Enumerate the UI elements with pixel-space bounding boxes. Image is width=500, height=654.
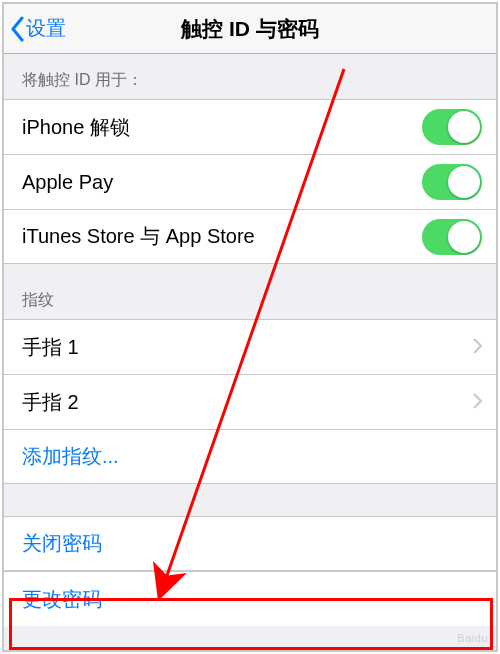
- chevron-left-icon: [10, 16, 26, 42]
- row-add-fingerprint[interactable]: 添加指纹...: [4, 429, 496, 484]
- row-turn-off-passcode[interactable]: 关闭密码: [4, 516, 496, 571]
- section-change-passcode: 更改密码: [4, 571, 496, 626]
- spacer: [4, 484, 496, 516]
- toggle-itunes-appstore[interactable]: [422, 219, 482, 255]
- row-itunes-appstore[interactable]: iTunes Store 与 App Store: [4, 209, 496, 264]
- row-label: 更改密码: [22, 586, 102, 613]
- chevron-right-icon: [472, 336, 482, 359]
- row-finger-2[interactable]: 手指 2: [4, 374, 496, 429]
- toggle-iphone-unlock[interactable]: [422, 109, 482, 145]
- row-label: iTunes Store 与 App Store: [22, 223, 255, 250]
- section-fingerprints: 指纹 手指 1 手指 2 添加指纹...: [4, 264, 496, 484]
- row-iphone-unlock[interactable]: iPhone 解锁: [4, 99, 496, 154]
- row-label: 手指 2: [22, 389, 79, 416]
- row-label: 手指 1: [22, 334, 79, 361]
- toggle-apple-pay[interactable]: [422, 164, 482, 200]
- row-label: 关闭密码: [22, 530, 102, 557]
- row-apple-pay[interactable]: Apple Pay: [4, 154, 496, 209]
- section-header-fingerprints: 指纹: [4, 264, 496, 319]
- row-finger-1[interactable]: 手指 1: [4, 319, 496, 374]
- row-change-passcode[interactable]: 更改密码: [4, 571, 496, 626]
- watermark: Baidu: [457, 632, 488, 644]
- chevron-right-icon: [472, 391, 482, 414]
- page-title: 触控 ID 与密码: [4, 15, 496, 43]
- row-label: iPhone 解锁: [22, 114, 130, 141]
- back-label: 设置: [26, 15, 66, 42]
- section-use-touchid-for: 将触控 ID 用于： iPhone 解锁 Apple Pay iTunes St…: [4, 54, 496, 264]
- row-label: Apple Pay: [22, 171, 113, 194]
- section-header-use-for: 将触控 ID 用于：: [4, 54, 496, 99]
- row-label: 添加指纹...: [22, 443, 119, 470]
- section-passcode: 关闭密码: [4, 516, 496, 571]
- nav-header: 设置 触控 ID 与密码: [4, 4, 496, 54]
- back-button[interactable]: 设置: [4, 15, 66, 42]
